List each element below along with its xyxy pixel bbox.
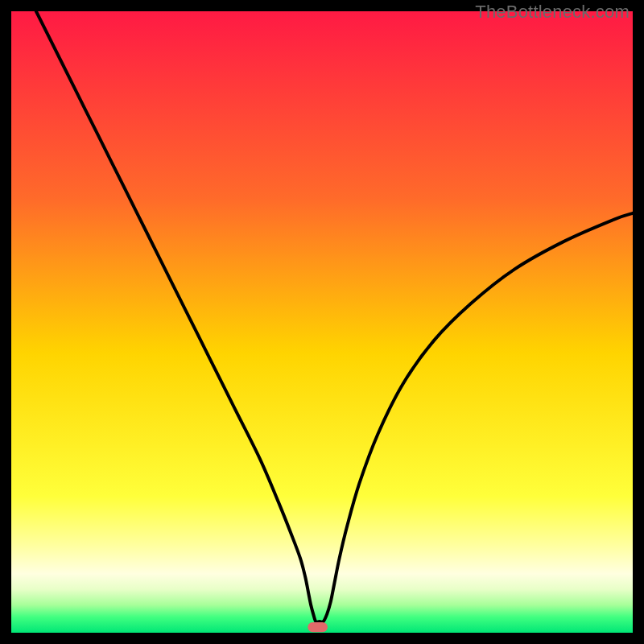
optimal-marker [308, 622, 328, 632]
watermark-label: TheBottleneck.com [475, 2, 630, 23]
heat-background [11, 11, 633, 633]
bottleneck-chart [11, 11, 633, 633]
